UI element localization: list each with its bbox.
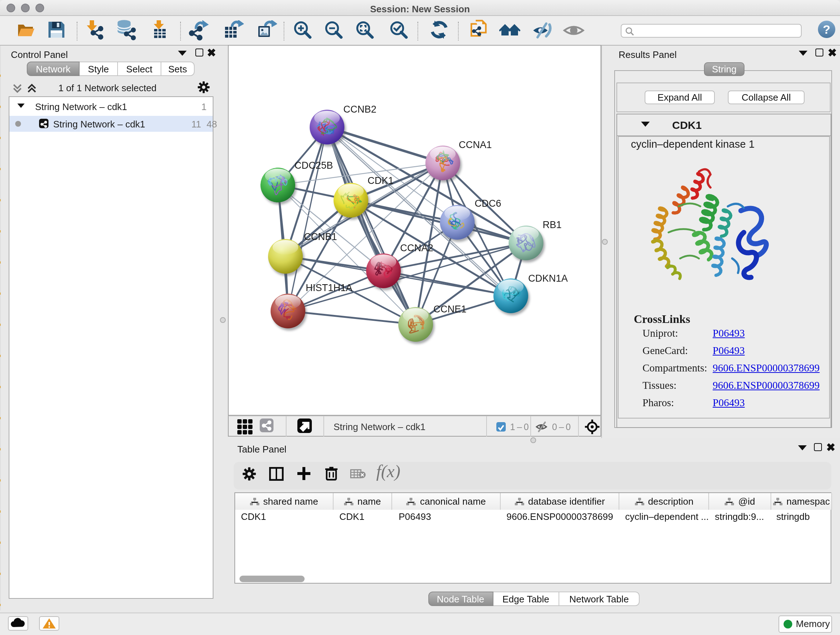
svg-text:RB1: RB1 (543, 219, 562, 230)
svg-text:CCNB2: CCNB2 (343, 104, 377, 115)
svg-text:CDK1: CDK1 (368, 175, 393, 186)
svg-text:CCNE1: CCNE1 (433, 304, 467, 315)
svg-text:CCNB1: CCNB1 (304, 231, 337, 242)
svg-text:CDKN1A: CDKN1A (528, 273, 568, 284)
svg-text:CDC25B: CDC25B (294, 160, 333, 171)
svg-text:CDC6: CDC6 (475, 198, 501, 209)
svg-text:?: ? (823, 22, 831, 36)
svg-text:CCNA2: CCNA2 (400, 242, 433, 253)
svg-text:HIST1H1A: HIST1H1A (306, 282, 352, 293)
svg-text:CCNA1: CCNA1 (459, 139, 492, 150)
